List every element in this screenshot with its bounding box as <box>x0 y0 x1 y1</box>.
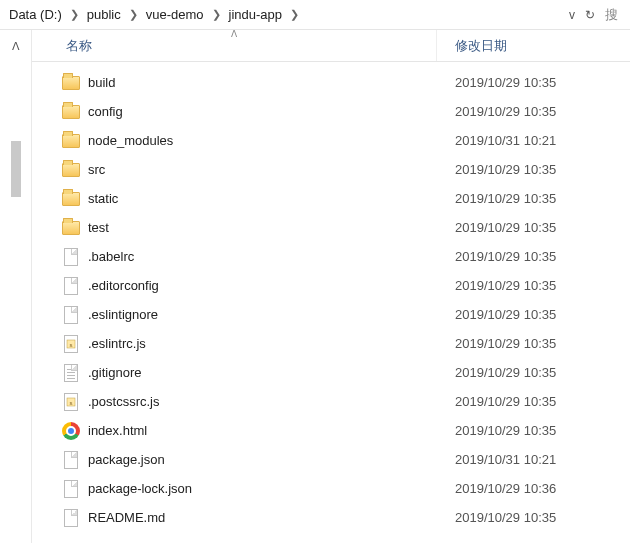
cell-date: 2019/10/29 10:35 <box>437 510 630 525</box>
address-bar: Data (D:) ❯ public ❯ vue-demo ❯ jindu-ap… <box>0 0 630 30</box>
cell-date: 2019/10/29 10:35 <box>437 307 630 322</box>
cell-date: 2019/10/29 10:35 <box>437 278 630 293</box>
file-name: src <box>88 162 105 177</box>
file-name: build <box>88 75 115 90</box>
file-icon <box>62 248 80 266</box>
list-item[interactable]: build2019/10/29 10:35 <box>32 68 630 97</box>
file-name: README.md <box>88 510 165 525</box>
cell-date: 2019/10/29 10:35 <box>437 394 630 409</box>
file-name: .babelrc <box>88 249 134 264</box>
breadcrumb-segment[interactable]: jindu-app <box>226 5 286 24</box>
cell-date: 2019/10/29 10:35 <box>437 75 630 90</box>
cell-date: 2019/10/29 10:35 <box>437 191 630 206</box>
cell-name: .editorconfig <box>32 277 437 295</box>
file-name: index.html <box>88 423 147 438</box>
file-name: .gitignore <box>88 365 141 380</box>
cell-name: .eslintignore <box>32 306 437 324</box>
breadcrumb: Data (D:) ❯ public ❯ vue-demo ❯ jindu-ap… <box>6 5 569 24</box>
file-icon <box>62 306 80 324</box>
list-item[interactable]: package.json2019/10/31 10:21 <box>32 445 630 474</box>
folder-icon <box>62 132 80 150</box>
text-file-icon <box>62 364 80 382</box>
file-name: .eslintrc.js <box>88 336 146 351</box>
cell-name: index.html <box>32 422 437 440</box>
column-headers: ᐱ 名称 修改日期 <box>32 30 630 62</box>
nav-scrollbar-thumb[interactable] <box>11 141 21 197</box>
list-item[interactable]: README.md2019/10/29 10:35 <box>32 503 630 532</box>
cell-date: 2019/10/29 10:35 <box>437 104 630 119</box>
chevron-right-icon: ❯ <box>128 8 139 21</box>
file-name: static <box>88 191 118 206</box>
cell-date: 2019/10/29 10:36 <box>437 481 630 496</box>
cell-date: 2019/10/29 10:35 <box>437 423 630 438</box>
search-input[interactable]: 搜 <box>605 6 618 24</box>
list-item[interactable]: test2019/10/29 10:35 <box>32 213 630 242</box>
folder-icon <box>62 103 80 121</box>
file-rows: build2019/10/29 10:35config2019/10/29 10… <box>32 62 630 543</box>
list-item[interactable]: s.postcssrc.js2019/10/29 10:35 <box>32 387 630 416</box>
list-item[interactable]: static2019/10/29 10:35 <box>32 184 630 213</box>
cell-date: 2019/10/29 10:35 <box>437 336 630 351</box>
column-header-name[interactable]: ᐱ 名称 <box>32 30 437 61</box>
file-name: package.json <box>88 452 165 467</box>
folder-icon <box>62 74 80 92</box>
svg-text:s: s <box>70 342 73 348</box>
file-name: config <box>88 104 123 119</box>
list-item[interactable]: package-lock.json2019/10/29 10:36 <box>32 474 630 503</box>
cell-name: .gitignore <box>32 364 437 382</box>
cell-name: test <box>32 219 437 237</box>
list-item[interactable]: node_modules2019/10/31 10:21 <box>32 126 630 155</box>
file-icon <box>62 509 80 527</box>
file-name: package-lock.json <box>88 481 192 496</box>
address-controls: v ↻ 搜 <box>569 6 624 24</box>
chrome-icon <box>62 422 80 440</box>
list-item[interactable]: s.eslintrc.js2019/10/29 10:35 <box>32 329 630 358</box>
column-header-name-label: 名称 <box>66 37 92 55</box>
cell-date: 2019/10/31 10:21 <box>437 452 630 467</box>
cell-name: s.eslintrc.js <box>32 335 437 353</box>
nav-tree-collapsed: ᐱ <box>0 30 32 543</box>
list-item[interactable]: .eslintignore2019/10/29 10:35 <box>32 300 630 329</box>
chevron-up-icon[interactable]: ᐱ <box>12 36 20 57</box>
cell-name: package.json <box>32 451 437 469</box>
history-dropdown-icon[interactable]: v <box>569 8 575 22</box>
cell-name: .babelrc <box>32 248 437 266</box>
column-header-date[interactable]: 修改日期 <box>437 30 630 61</box>
cell-name: s.postcssrc.js <box>32 393 437 411</box>
breadcrumb-segment[interactable]: vue-demo <box>143 5 207 24</box>
breadcrumb-segment[interactable]: Data (D:) <box>6 5 65 24</box>
cell-date: 2019/10/31 10:21 <box>437 133 630 148</box>
folder-icon <box>62 190 80 208</box>
list-item[interactable]: src2019/10/29 10:35 <box>32 155 630 184</box>
file-list-pane: ᐱ 名称 修改日期 build2019/10/29 10:35config201… <box>32 30 630 543</box>
breadcrumb-segment[interactable]: public <box>84 5 124 24</box>
cell-name: README.md <box>32 509 437 527</box>
file-icon <box>62 480 80 498</box>
folder-icon <box>62 161 80 179</box>
list-item[interactable]: .editorconfig2019/10/29 10:35 <box>32 271 630 300</box>
cell-name: config <box>32 103 437 121</box>
cell-name: package-lock.json <box>32 480 437 498</box>
list-item[interactable]: .babelrc2019/10/29 10:35 <box>32 242 630 271</box>
file-name: .editorconfig <box>88 278 159 293</box>
refresh-icon[interactable]: ↻ <box>585 8 595 22</box>
folder-icon <box>62 219 80 237</box>
chevron-right-icon: ❯ <box>69 8 80 21</box>
script-file-icon: s <box>62 393 80 411</box>
chevron-right-icon: ❯ <box>211 8 222 21</box>
sort-ascending-icon: ᐱ <box>231 29 237 39</box>
column-header-date-label: 修改日期 <box>455 37 507 55</box>
main-area: ᐱ ᐱ 名称 修改日期 build2019/10/29 10:35config2… <box>0 30 630 543</box>
chevron-right-icon: ❯ <box>289 8 300 21</box>
list-item[interactable]: config2019/10/29 10:35 <box>32 97 630 126</box>
cell-date: 2019/10/29 10:35 <box>437 162 630 177</box>
list-item[interactable]: .gitignore2019/10/29 10:35 <box>32 358 630 387</box>
file-icon <box>62 451 80 469</box>
file-name: test <box>88 220 109 235</box>
cell-date: 2019/10/29 10:35 <box>437 220 630 235</box>
cell-name: node_modules <box>32 132 437 150</box>
cell-name: static <box>32 190 437 208</box>
list-item[interactable]: index.html2019/10/29 10:35 <box>32 416 630 445</box>
file-name: .postcssrc.js <box>88 394 160 409</box>
svg-text:s: s <box>70 400 73 406</box>
